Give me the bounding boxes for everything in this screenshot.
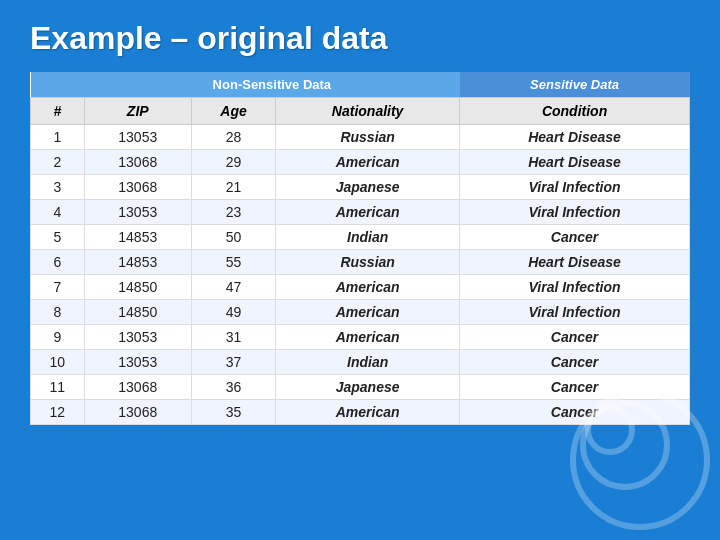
cell-age: 49 [191,300,275,325]
table-row: 41305323AmericanViral Infection [31,200,690,225]
cell-condition: Cancer [460,225,690,250]
cell-num: 11 [31,375,85,400]
cell-condition: Heart Disease [460,250,690,275]
table-row: 61485355RussianHeart Disease [31,250,690,275]
cell-nationality: Russian [276,250,460,275]
cell-condition: Viral Infection [460,175,690,200]
cell-nationality: American [276,400,460,425]
col-header-zip: ZIP [84,98,191,125]
cell-condition: Viral Infection [460,275,690,300]
cell-zip: 13053 [84,200,191,225]
cell-age: 28 [191,125,275,150]
cell-nationality: American [276,300,460,325]
table-row: 51485350IndianCancer [31,225,690,250]
table-row: 31306821JapaneseViral Infection [31,175,690,200]
table-body: 11305328RussianHeart Disease21306829Amer… [31,125,690,425]
cell-zip: 13053 [84,350,191,375]
data-table: Non-Sensitive Data Sensitive Data # ZIP … [30,72,690,425]
cell-num: 9 [31,325,85,350]
table-row: 91305331AmericanCancer [31,325,690,350]
non-sensitive-header: Non-Sensitive Data [84,72,459,98]
cell-condition: Viral Infection [460,300,690,325]
cell-num: 12 [31,400,85,425]
cell-nationality: Japanese [276,375,460,400]
col-header-age: Age [191,98,275,125]
cell-age: 36 [191,375,275,400]
table-container: Non-Sensitive Data Sensitive Data # ZIP … [30,72,690,425]
cell-zip: 14853 [84,250,191,275]
cell-age: 37 [191,350,275,375]
table-row: 21306829AmericanHeart Disease [31,150,690,175]
cell-nationality: Japanese [276,175,460,200]
cell-nationality: Indian [276,350,460,375]
cell-zip: 13068 [84,175,191,200]
cell-num: 1 [31,125,85,150]
cell-num: 2 [31,150,85,175]
cell-zip: 13053 [84,125,191,150]
cell-zip: 14850 [84,275,191,300]
cell-nationality: American [276,150,460,175]
cell-condition: Cancer [460,325,690,350]
column-header-row: # ZIP Age Nationality Condition [31,98,690,125]
cell-num: 4 [31,200,85,225]
cell-condition: Heart Disease [460,125,690,150]
cell-nationality: American [276,200,460,225]
cell-zip: 13068 [84,400,191,425]
cell-age: 21 [191,175,275,200]
cell-nationality: American [276,275,460,300]
cell-condition: Heart Disease [460,150,690,175]
cell-age: 29 [191,150,275,175]
cell-age: 47 [191,275,275,300]
cell-zip: 13068 [84,150,191,175]
cell-zip: 14850 [84,300,191,325]
cell-nationality: Russian [276,125,460,150]
table-row: 11305328RussianHeart Disease [31,125,690,150]
cell-num: 10 [31,350,85,375]
table-row: 111306836JapaneseCancer [31,375,690,400]
cell-zip: 13053 [84,325,191,350]
decorative-circle-3 [585,405,635,455]
cell-age: 55 [191,250,275,275]
cell-num: 6 [31,250,85,275]
cell-age: 35 [191,400,275,425]
cell-num: 8 [31,300,85,325]
cell-condition: Viral Infection [460,200,690,225]
table-row: 81485049AmericanViral Infection [31,300,690,325]
cell-age: 23 [191,200,275,225]
cell-num: 7 [31,275,85,300]
cell-num: 3 [31,175,85,200]
empty-header-cell [31,72,85,98]
sensitive-header: Sensitive Data [460,72,690,98]
table-row: 71485047AmericanViral Infection [31,275,690,300]
cell-zip: 13068 [84,375,191,400]
cell-nationality: American [276,325,460,350]
table-row: 101305337IndianCancer [31,350,690,375]
header-group-row: Non-Sensitive Data Sensitive Data [31,72,690,98]
col-header-nationality: Nationality [276,98,460,125]
cell-zip: 14853 [84,225,191,250]
cell-nationality: Indian [276,225,460,250]
col-header-num: # [31,98,85,125]
cell-num: 5 [31,225,85,250]
cell-age: 50 [191,225,275,250]
page-title: Example – original data [0,0,720,72]
cell-condition: Cancer [460,350,690,375]
cell-age: 31 [191,325,275,350]
col-header-condition: Condition [460,98,690,125]
